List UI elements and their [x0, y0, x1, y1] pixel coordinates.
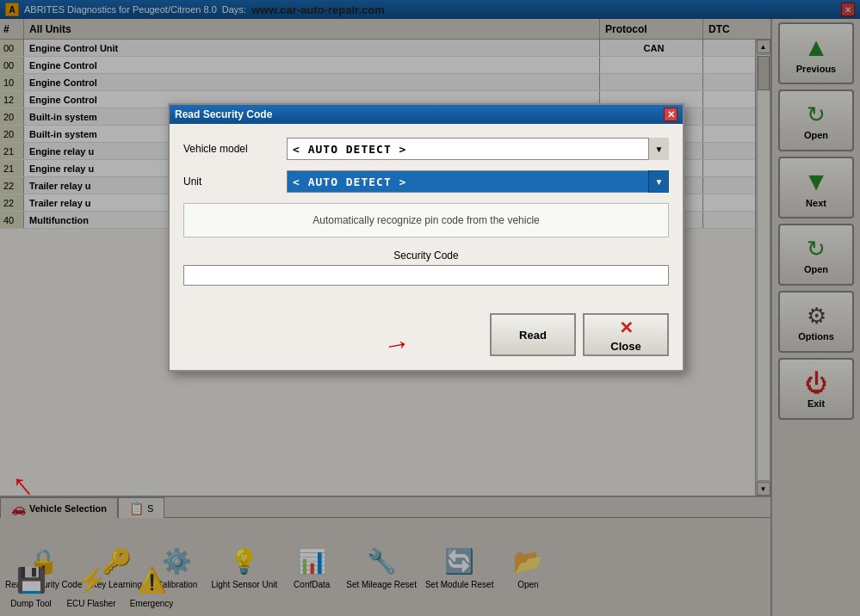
- unit-row: Unit < AUTO DETECT > ▼: [183, 170, 669, 193]
- read-button-label: Read: [519, 329, 547, 342]
- info-box: Automatically recognize pin code from th…: [183, 203, 669, 237]
- modal-footer: Read ✕ Close: [170, 313, 683, 370]
- modal-title: Read Security Code: [175, 108, 272, 120]
- unit-dropdown-arrow[interactable]: ▼: [648, 170, 669, 193]
- unit-label: Unit: [183, 176, 287, 188]
- vehicle-model-label: Vehicle model: [183, 143, 287, 155]
- security-code-section: Security Code: [183, 249, 669, 286]
- modal-body: Vehicle model < AUTO DETECT > ▼ Unit < A…: [170, 124, 683, 313]
- modal-overlay: Read Security Code ✕ Vehicle model < AUT…: [0, 0, 860, 616]
- close-button-label: Close: [610, 340, 640, 353]
- security-code-input[interactable]: [183, 265, 669, 286]
- security-code-label: Security Code: [183, 249, 669, 262]
- vehicle-model-row: Vehicle model < AUTO DETECT > ▼: [183, 138, 669, 160]
- close-button[interactable]: ✕ Close: [583, 313, 669, 356]
- unit-dropdown[interactable]: < AUTO DETECT >: [287, 170, 669, 193]
- vehicle-model-dropdown[interactable]: < AUTO DETECT >: [287, 138, 669, 160]
- modal-title-bar: Read Security Code ✕: [170, 105, 683, 124]
- vehicle-model-wrapper: < AUTO DETECT > ▼: [287, 138, 669, 160]
- unit-wrapper: < AUTO DETECT > ▼: [287, 170, 669, 193]
- read-security-code-dialog: Read Security Code ✕ Vehicle model < AUT…: [168, 103, 684, 372]
- modal-close-icon[interactable]: ✕: [664, 108, 677, 121]
- vehicle-model-dropdown-arrow[interactable]: ▼: [648, 138, 669, 160]
- close-x-icon: ✕: [619, 317, 634, 338]
- read-button[interactable]: Read: [490, 313, 576, 356]
